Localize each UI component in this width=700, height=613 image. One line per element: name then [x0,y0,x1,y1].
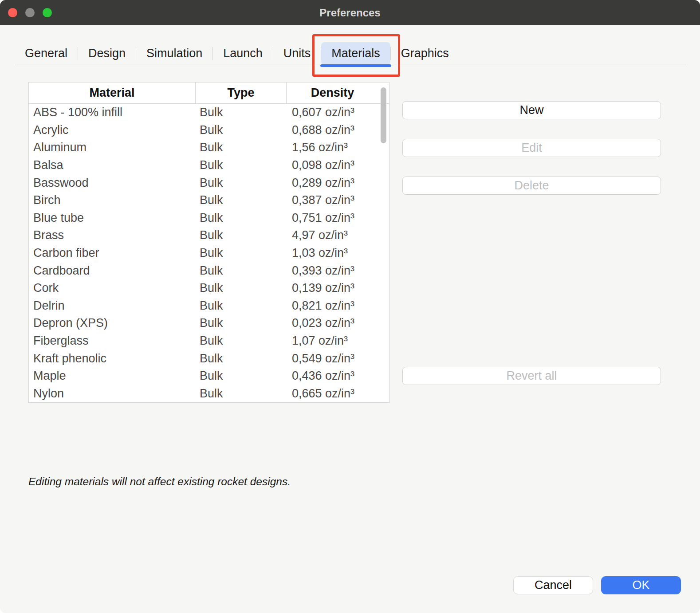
table-cell: Basswood [29,176,196,190]
table-cell: 0,436 oz/in³ [287,369,378,383]
window-title: Preferences [319,7,380,19]
table-row[interactable]: Depron (XPS)Bulk0,023 oz/in³ [29,314,389,332]
table-row[interactable]: MapleBulk0,436 oz/in³ [29,367,389,385]
table-cell: Depron (XPS) [29,316,196,330]
tab-graphics[interactable]: Graphics [391,42,459,65]
table-cell: Bulk [196,141,287,154]
table-cell: Bulk [196,211,287,225]
materials-table: Material Type Density ABS - 100% infillB… [28,82,389,403]
close-button[interactable] [8,8,17,17]
tab-materials[interactable]: Materials [321,42,390,65]
table-cell: Bulk [196,264,287,278]
table-cell: 0,751 oz/in³ [287,211,378,225]
tab-launch[interactable]: Launch [213,42,273,65]
table-cell: 0,387 oz/in³ [287,193,378,207]
table-cell: 0,098 oz/in³ [287,158,378,172]
table-cell: 0,821 oz/in³ [287,299,378,313]
table-cell: 0,289 oz/in³ [287,176,378,190]
table-cell: 0,607 oz/in³ [287,106,378,119]
table-cell: ABS - 100% infill [29,106,196,119]
table-cell: 4,97 oz/in³ [287,228,378,242]
table-cell: Nylon [29,387,196,401]
table-cell: Acrylic [29,123,196,137]
table-cell: Bulk [196,158,287,172]
table-row[interactable]: AcrylicBulk0,688 oz/in³ [29,122,389,139]
traffic-lights [8,0,52,25]
table-row[interactable]: Carbon fiberBulk1,03 oz/in³ [29,244,389,262]
table-cell: Birch [29,193,196,207]
ok-button[interactable]: OK [601,576,681,594]
table-row[interactable]: Kraft phenolicBulk0,549 oz/in³ [29,350,389,367]
table-cell: 0,393 oz/in³ [287,264,378,278]
table-cell: Bulk [196,281,287,295]
tab-label: Materials [331,47,380,60]
minimize-button[interactable] [25,8,35,17]
table-cell: Bulk [196,228,287,242]
table-row[interactable]: CorkBulk0,139 oz/in³ [29,279,389,297]
table-row[interactable]: CardboardBulk0,393 oz/in³ [29,262,389,279]
table-cell: Bulk [196,246,287,260]
table-row[interactable]: BrassBulk4,97 oz/in³ [29,227,389,244]
materials-note: Editing materials will not affect existi… [28,475,291,488]
table-cell: Bulk [196,387,287,401]
scrollbar-thumb[interactable] [381,87,386,143]
table-row[interactable]: DelrinBulk0,821 oz/in³ [29,297,389,315]
delete-button[interactable]: Delete [402,177,661,195]
table-row[interactable]: BasswoodBulk0,289 oz/in³ [29,174,389,192]
column-header-material[interactable]: Material [29,83,196,103]
table-cell: Blue tube [29,211,196,225]
table-cell: Bulk [196,176,287,190]
table-cell: Bulk [196,352,287,365]
table-cell: Bulk [196,123,287,137]
table-cell: 1,03 oz/in³ [287,246,378,260]
table-cell: Cardboard [29,264,196,278]
table-cell: 0,139 oz/in³ [287,281,378,295]
table-cell: Maple [29,369,196,383]
cancel-button[interactable]: Cancel [513,576,593,594]
table-cell: Delrin [29,299,196,313]
table-row[interactable]: BirchBulk0,387 oz/in³ [29,192,389,209]
table-cell: 1,56 oz/in³ [287,141,378,154]
column-header-type[interactable]: Type [196,83,287,103]
table-row[interactable]: AluminumBulk1,56 oz/in³ [29,139,389,157]
table-body: ABS - 100% infillBulk0,607 oz/in³Acrylic… [29,104,389,402]
table-cell: Aluminum [29,141,196,154]
table-cell: Bulk [196,193,287,207]
table-row[interactable]: ABS - 100% infillBulk0,607 oz/in³ [29,104,389,122]
table-cell: Kraft phenolic [29,352,196,365]
column-header-density[interactable]: Density [287,83,378,103]
tab-units[interactable]: Units [273,42,321,65]
revert-all-button[interactable]: Revert all [402,367,661,385]
table-cell: Bulk [196,299,287,313]
table-cell: 0,688 oz/in³ [287,123,378,137]
edit-button[interactable]: Edit [402,139,661,157]
tab-general[interactable]: General [15,42,78,65]
preferences-window: Preferences General Design Simulation La… [0,0,700,613]
table-row[interactable]: FiberglassBulk1,07 oz/in³ [29,332,389,350]
table-cell: 1,07 oz/in³ [287,334,378,348]
table-row[interactable]: Blue tubeBulk0,751 oz/in³ [29,209,389,227]
table-cell: Bulk [196,316,287,330]
table-cell: 0,023 oz/in³ [287,316,378,330]
table-cell: Bulk [196,369,287,383]
tab-simulation[interactable]: Simulation [136,42,212,65]
table-row[interactable]: BalsaBulk0,098 oz/in³ [29,157,389,174]
tab-design[interactable]: Design [78,42,136,65]
table-cell: 0,665 oz/in³ [287,387,378,401]
table-cell: Bulk [196,334,287,348]
table-cell: Fiberglass [29,334,196,348]
new-button[interactable]: New [402,101,661,119]
table-cell: 0,549 oz/in³ [287,352,378,365]
table-cell: Cork [29,281,196,295]
table-cell: Brass [29,228,196,242]
table-row[interactable]: NylonBulk0,665 oz/in³ [29,385,389,403]
zoom-button[interactable] [43,8,52,17]
table-cell: Balsa [29,158,196,172]
titlebar: Preferences [0,0,700,25]
table-header: Material Type Density [29,83,389,104]
table-cell: Bulk [196,106,287,119]
table-cell: Carbon fiber [29,246,196,260]
tab-bar: General Design Simulation Launch Units M… [15,42,685,65]
